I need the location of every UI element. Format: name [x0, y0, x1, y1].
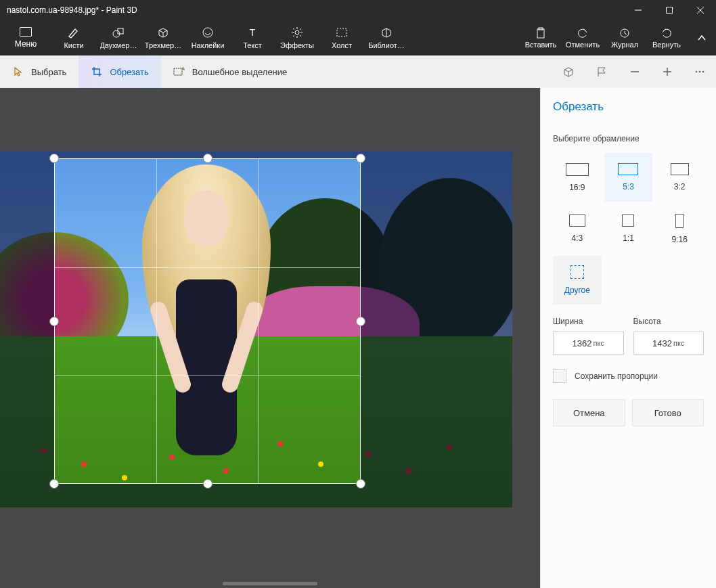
width-value: 1362 [573, 338, 592, 348]
chevron-up-icon [697, 33, 707, 43]
more-button[interactable] [684, 55, 716, 88]
minus-icon [629, 66, 640, 77]
tool-label: Текст [243, 41, 262, 49]
dimensions-row: Ширина 1362 пкс Высота 1432 пкс [553, 317, 704, 355]
ratio-label: 5:3 [623, 182, 634, 191]
ratio-4-3[interactable]: 4:3 [553, 204, 602, 253]
undo-button[interactable]: Отменить [562, 20, 604, 55]
crop-handle-n[interactable] [203, 154, 212, 163]
svg-rect-22 [174, 68, 182, 75]
crop-panel: Обрезать Выберите обрамление 16:9 5:3 3:… [540, 88, 716, 588]
zoom-in-button[interactable] [651, 55, 684, 88]
plus-icon [662, 66, 673, 77]
3d-shapes-tool[interactable]: Трехмер… [141, 20, 185, 55]
crop-handle-w[interactable] [49, 317, 59, 326]
width-input[interactable]: 1362 пкс [553, 332, 624, 355]
ratio-rect-icon [622, 214, 634, 227]
menu-button[interactable]: Меню [0, 20, 51, 55]
effects-tool[interactable]: Эффекты [275, 20, 319, 55]
subbar-right [554, 55, 716, 88]
titlebar: nastol.com.ua-98948.jpg* - Paint 3D [0, 0, 716, 20]
panel-buttons: Отмена Готово [553, 399, 704, 426]
cursor-icon [12, 66, 24, 78]
text-icon: T [246, 26, 259, 39]
ratio-rect-icon [618, 163, 638, 175]
horizontal-scrollbar[interactable] [223, 582, 317, 585]
height-label: Высота [633, 317, 704, 326]
sticker-icon [201, 26, 215, 39]
tool-label: Вставить [525, 41, 557, 49]
ratio-3-2[interactable]: 3:2 [655, 153, 704, 202]
tool-label: Библиот… [368, 41, 405, 49]
cancel-button[interactable]: Отмена [553, 399, 625, 426]
magic-select-button[interactable]: Волшебное выделение [161, 55, 300, 88]
select-button[interactable]: Выбрать [0, 55, 79, 88]
ratio-9-16[interactable]: 9:16 [655, 204, 704, 253]
width-column: Ширина 1362 пкс [553, 317, 624, 355]
tool-label: Отменить [566, 41, 600, 49]
svg-rect-1 [667, 7, 673, 14]
crop-button[interactable]: Обрезать [79, 55, 160, 88]
crop-handle-se[interactable] [356, 479, 365, 489]
close-button[interactable] [685, 0, 716, 20]
ratio-rect-icon [671, 163, 689, 175]
history-icon [618, 27, 631, 41]
svg-point-8 [295, 30, 299, 35]
ribbon: Меню Кисти Двухмер… Трехмер… Наклейки T … [0, 20, 716, 55]
main-area: Обрезать Выберите обрамление 16:9 5:3 3:… [0, 88, 716, 588]
crop-handle-s[interactable] [203, 479, 212, 489]
crop-icon [91, 66, 103, 78]
view-3d-button[interactable] [554, 55, 586, 88]
done-button[interactable]: Готово [632, 399, 704, 426]
height-column: Высота 1432 пкс [633, 317, 704, 355]
stickers-tool[interactable]: Наклейки [185, 20, 230, 55]
ratio-1-1[interactable]: 1:1 [604, 204, 653, 253]
ribbon-tools: Кисти Двухмер… Трехмер… Наклейки T Текст… [51, 20, 409, 55]
ratio-custom[interactable]: Другое [553, 256, 602, 304]
crop-handle-sw[interactable] [49, 479, 59, 489]
crop-label: Обрезать [110, 67, 148, 77]
window-controls [623, 0, 716, 20]
library-icon [380, 26, 393, 39]
collapse-ribbon-button[interactable] [688, 20, 716, 55]
2d-shapes-tool[interactable]: Двухмер… [96, 20, 141, 55]
box3d-icon [563, 66, 577, 77]
tool-label: Наклейки [192, 41, 225, 49]
ribbon-right-tools: Вставить Отменить Журнал Вернуть [520, 20, 716, 55]
select-label: Выбрать [31, 67, 66, 77]
crop-rectangle[interactable] [54, 158, 361, 484]
unit-label: пкс [594, 339, 604, 347]
maximize-button[interactable] [654, 0, 685, 20]
ratio-5-3[interactable]: 5:3 [604, 153, 653, 202]
history-button[interactable]: Журнал [604, 20, 646, 55]
brushes-tool[interactable]: Кисти [51, 20, 96, 55]
panel-title: Обрезать [553, 100, 704, 114]
crop-handle-ne[interactable] [356, 154, 365, 163]
library-tool[interactable]: Библиот… [364, 20, 409, 55]
canvas-area[interactable] [0, 88, 540, 588]
selection-toolbar: Выбрать Обрезать Волшебное выделение [0, 55, 716, 88]
paste-button[interactable]: Вставить [520, 20, 562, 55]
ratio-label: 3:2 [674, 182, 686, 191]
height-input[interactable]: 1432 пкс [633, 332, 704, 355]
svg-point-28 [702, 71, 704, 73]
ratio-16-9[interactable]: 16:9 [553, 153, 602, 202]
ellipsis-icon [694, 66, 706, 77]
zoom-out-button[interactable] [619, 55, 651, 88]
view-flag-button[interactable] [586, 55, 619, 88]
svg-line-15 [300, 28, 301, 30]
tool-label: Эффекты [280, 41, 314, 49]
crop-handle-nw[interactable] [49, 154, 59, 163]
minimize-button[interactable] [623, 0, 654, 20]
canvas-tool[interactable]: Холст [319, 20, 364, 55]
crop-handle-e[interactable] [356, 317, 365, 326]
lock-ratio-row[interactable]: Сохранить пропорции [553, 369, 704, 383]
shapes2d-icon [112, 26, 125, 39]
lock-ratio-checkbox[interactable] [553, 369, 566, 383]
undo-icon [576, 27, 589, 41]
menu-label: Меню [15, 39, 37, 49]
redo-button[interactable]: Вернуть [646, 20, 688, 55]
tool-label: Кисти [64, 41, 83, 49]
text-tool[interactable]: T Текст [230, 20, 275, 55]
unit-label: пкс [673, 339, 684, 347]
